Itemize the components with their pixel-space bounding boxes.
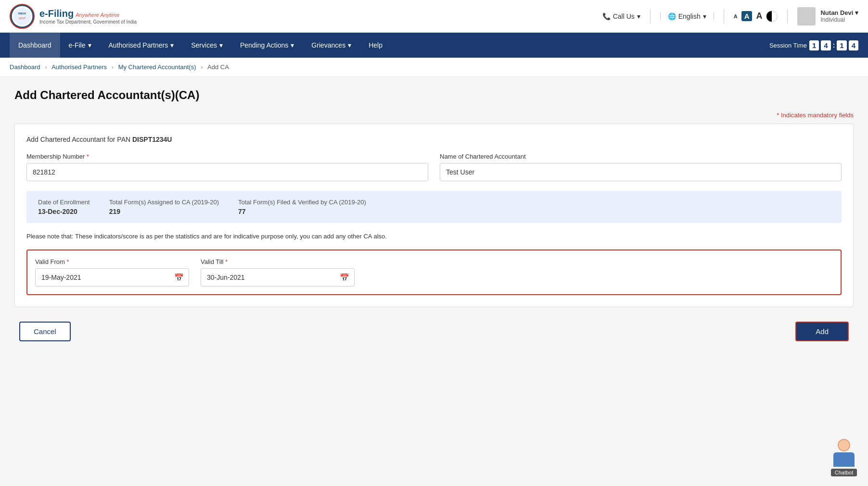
grievances-chevron: ▾ <box>348 41 351 49</box>
filed-label: Total Form(s) Filed & Verified by CA (20… <box>238 199 366 206</box>
session-timer: 1 4 : 1 4 <box>809 40 858 50</box>
phone-icon: 📞 <box>602 12 611 20</box>
font-controls: A A A <box>734 11 778 22</box>
cancel-button[interactable]: Cancel <box>19 322 71 341</box>
breadcrumb-my-ca[interactable]: My Chartered Accountant(s) <box>118 63 196 71</box>
navbar: Dashboard e-File ▾ Authorised Partners ▾… <box>0 33 868 58</box>
mandatory-note: * Indicates mandatory fields <box>14 112 854 119</box>
ca-name-input[interactable] <box>440 163 842 181</box>
font-small-btn[interactable]: A <box>734 13 738 19</box>
timer-h2: 4 <box>821 40 830 50</box>
valid-till-label: Valid Till * <box>201 258 355 265</box>
membership-group: Membership Number * <box>26 153 428 181</box>
ca-name-label: Name of Chartered Accountant <box>440 153 842 160</box>
efile-chevron: ▾ <box>88 41 91 49</box>
nav-services[interactable]: Services ▾ <box>182 33 231 58</box>
nav-pending-actions-label: Pending Actions <box>240 41 288 49</box>
valid-from-wrapper: 📅 <box>35 268 189 287</box>
contrast-toggle[interactable] <box>766 11 778 22</box>
form-row-1: Membership Number * Name of Chartered Ac… <box>26 153 842 181</box>
nav-pending-actions[interactable]: Pending Actions ▾ <box>231 33 303 58</box>
stat-filed: Total Form(s) Filed & Verified by CA (20… <box>238 199 366 215</box>
page-title: Add Chartered Accountant(s)(CA) <box>14 88 854 102</box>
filed-value: 77 <box>238 208 366 215</box>
breadcrumb-sep-3: › <box>201 63 204 71</box>
logo-efiling: e-Filing Anywhere Anytime <box>39 8 137 19</box>
membership-input[interactable] <box>26 163 428 181</box>
timer-m1: 1 <box>837 40 846 50</box>
breadcrumb-sep-1: › <box>45 63 49 71</box>
valid-till-input[interactable] <box>201 269 335 286</box>
add-button[interactable]: Add <box>795 322 849 341</box>
services-chevron: ▾ <box>219 41 223 49</box>
auth-partners-chevron: ▾ <box>170 41 174 49</box>
nav-efile-label: e-File <box>69 41 86 49</box>
note-text: Please note that: These indicators/score… <box>26 233 842 240</box>
call-us-label: Call Us <box>613 12 635 20</box>
valid-till-wrapper: 📅 <box>201 268 355 287</box>
nav-help[interactable]: Help <box>360 33 391 58</box>
top-header: INDIA GOVT e-Filing Anywhere Anytime Inc… <box>0 0 868 33</box>
call-us-chevron: ▾ <box>637 12 640 20</box>
nav-services-label: Services <box>191 41 217 49</box>
timer-colon: : <box>833 41 835 49</box>
nav-auth-partners-label: Authorised Partners <box>109 41 168 49</box>
svg-text:INDIA: INDIA <box>18 12 26 15</box>
valid-from-group: Valid From * 📅 <box>35 258 189 287</box>
pending-actions-chevron: ▾ <box>291 41 294 49</box>
form-card: Add Chartered Accountant for PAN DISPT12… <box>14 124 854 307</box>
font-medium-btn[interactable]: A <box>741 11 753 21</box>
assigned-value: 219 <box>109 208 219 215</box>
pan-number: DISPT1234U <box>132 136 172 143</box>
timer-m2: 4 <box>849 40 858 50</box>
enrollment-label: Date of Enrollment <box>38 199 90 206</box>
nav-dashboard-label: Dashboard <box>18 41 51 49</box>
svg-point-1 <box>13 8 31 25</box>
logo-tagline: Anywhere Anytime <box>76 12 119 18</box>
nav-help-label: Help <box>369 41 383 49</box>
pan-info: Add Chartered Accountant for PAN DISPT12… <box>26 136 842 143</box>
date-section: Valid From * 📅 Valid Till * 📅 <box>26 249 842 295</box>
nav-grievances[interactable]: Grievances ▾ <box>303 33 360 58</box>
divider-1 <box>650 9 651 24</box>
breadcrumb-sep-2: › <box>112 63 115 71</box>
valid-from-label: Valid From * <box>35 258 189 265</box>
valid-till-calendar-icon[interactable]: 📅 <box>335 269 354 286</box>
user-role: Individual <box>820 16 858 23</box>
stat-enrollment: Date of Enrollment 13-Dec-2020 <box>38 199 90 215</box>
valid-from-calendar-icon[interactable]: 📅 <box>169 269 189 286</box>
nav-auth-partners[interactable]: Authorised Partners ▾ <box>100 33 183 58</box>
ca-name-group: Name of Chartered Accountant <box>440 153 842 181</box>
divider-3 <box>787 9 788 24</box>
session-label: Session Time <box>769 42 807 49</box>
logo-text: e-Filing Anywhere Anytime Income Tax Dep… <box>39 8 137 25</box>
logo-area: INDIA GOVT e-Filing Anywhere Anytime Inc… <box>10 4 137 29</box>
breadcrumb-dashboard[interactable]: Dashboard <box>10 63 40 71</box>
nav-grievances-label: Grievances <box>311 41 345 49</box>
membership-required: * <box>87 153 89 160</box>
membership-label: Membership Number * <box>26 153 428 160</box>
font-large-btn[interactable]: A <box>756 11 762 21</box>
action-row: Cancel Add <box>14 322 854 341</box>
valid-till-group: Valid Till * 📅 <box>201 258 355 287</box>
svg-text:GOVT: GOVT <box>19 17 26 20</box>
call-us-button[interactable]: 📞 Call Us ▾ <box>602 12 640 20</box>
breadcrumb-current: Add CA <box>207 63 229 71</box>
valid-from-input[interactable] <box>36 269 169 286</box>
divider-2 <box>724 9 724 24</box>
enrollment-value: 13-Dec-2020 <box>38 208 90 215</box>
header-controls: 📞 Call Us ▾ 🌐 English ▾ A A A Nutan Devi… <box>602 7 858 25</box>
breadcrumb-auth-partners[interactable]: Authorised Partners <box>51 63 107 71</box>
user-info: Nutan Devi ▾ Individual <box>820 9 858 23</box>
language-selector[interactable]: 🌐 English ▾ <box>660 12 714 20</box>
timer-h1: 1 <box>809 40 819 50</box>
nav-efile[interactable]: e-File ▾ <box>60 33 100 58</box>
breadcrumb: Dashboard › Authorised Partners › My Cha… <box>0 58 868 77</box>
session-info: Session Time 1 4 : 1 4 <box>769 40 858 50</box>
assigned-label: Total Form(s) Assigned to CA (2019-20) <box>109 199 219 206</box>
lang-chevron: ▾ <box>703 12 706 20</box>
nav-dashboard[interactable]: Dashboard <box>10 33 60 58</box>
stats-box: Date of Enrollment 13-Dec-2020 Total For… <box>26 191 842 223</box>
user-name[interactable]: Nutan Devi ▾ <box>820 9 858 16</box>
user-area: Nutan Devi ▾ Individual <box>797 7 858 25</box>
